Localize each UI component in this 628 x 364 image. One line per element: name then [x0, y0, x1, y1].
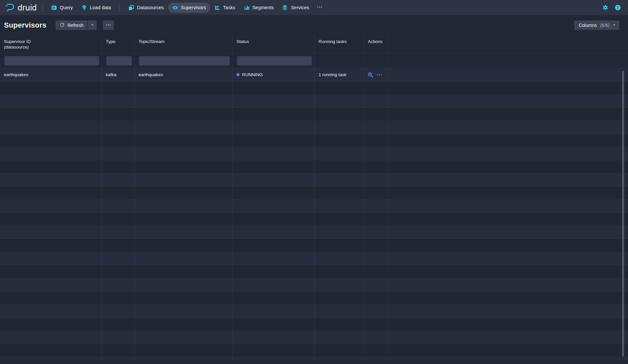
gear-icon[interactable]: [602, 5, 608, 11]
load-data-icon: [81, 5, 87, 11]
status-value: RUNNING: [242, 72, 263, 77]
empty-cell: [315, 357, 364, 360]
empty-cell: [0, 121, 102, 134]
empty-cell: [315, 239, 364, 252]
nav-divider: [120, 4, 120, 11]
empty-cell: [0, 226, 102, 239]
refresh-interval-dropdown-button[interactable]: [87, 20, 97, 30]
nav-item-label: Supervisors: [181, 5, 206, 10]
table-header-row: Supervisor ID (datasource) Type Topic/St…: [0, 35, 628, 53]
empty-cell: [0, 108, 102, 120]
column-header-status[interactable]: Status: [233, 35, 315, 53]
empty-cell: [0, 173, 102, 186]
column-header-sublabel: (datasource): [4, 44, 101, 50]
empty-cell: [388, 147, 628, 160]
table-row-empty: [0, 95, 628, 108]
empty-cell: [233, 173, 315, 186]
filter-topic-stream-input[interactable]: [139, 56, 230, 66]
nav-item-load-data[interactable]: Load data: [77, 3, 116, 13]
help-icon[interactable]: ?: [615, 5, 621, 11]
filter-cell: [388, 53, 628, 68]
refresh-button[interactable]: Refresh: [56, 20, 87, 30]
more-options-button[interactable]: [103, 20, 114, 30]
empty-cell: [233, 239, 315, 252]
nav-item-services[interactable]: Services: [278, 3, 313, 13]
search-detail-icon[interactable]: [368, 72, 373, 78]
more-actions-icon: [106, 22, 111, 29]
empty-cell: [364, 121, 388, 134]
nav-more-button[interactable]: [313, 2, 326, 13]
nav-item-supervisors[interactable]: Supervisors: [168, 3, 211, 13]
empty-cell: [0, 160, 102, 173]
column-header-topic-stream[interactable]: Topic/Stream: [135, 35, 233, 53]
filter-cell: [135, 53, 233, 68]
table-row-empty: [0, 357, 628, 360]
refresh-icon: [59, 22, 65, 29]
empty-cell: [0, 265, 102, 278]
empty-cell: [315, 344, 364, 357]
empty-cell: [315, 134, 364, 147]
empty-cell: [233, 108, 315, 120]
empty-cell: [0, 95, 102, 107]
cell-filler: [388, 68, 628, 81]
empty-cell: [135, 186, 233, 199]
empty-cell: [364, 186, 388, 199]
table-row-empty: [0, 160, 628, 173]
nav-item-segments[interactable]: Segments: [239, 3, 278, 13]
top-navbar: druid Query Load data Dat: [0, 0, 628, 15]
tasks-icon: [214, 5, 220, 11]
filter-type-input[interactable]: [106, 56, 132, 66]
empty-cell: [0, 200, 102, 212]
vertical-scrollbar[interactable]: [622, 71, 624, 356]
datasources-icon: [128, 5, 134, 11]
empty-cell: [364, 291, 388, 304]
druid-logo[interactable]: druid: [5, 2, 37, 13]
logo-wordmark: druid: [18, 3, 37, 12]
empty-cell: [135, 357, 233, 360]
columns-dropdown-button[interactable]: Columns (6/6): [574, 20, 619, 30]
empty-cell: [135, 108, 233, 120]
empty-cell: [135, 239, 233, 252]
cell-actions: [364, 68, 388, 81]
empty-cell: [102, 173, 135, 186]
empty-cell: [0, 186, 102, 199]
filter-status-input[interactable]: [237, 56, 312, 66]
empty-cell: [315, 173, 364, 186]
column-header-type[interactable]: Type: [102, 35, 135, 53]
column-header-supervisor-id[interactable]: Supervisor ID (datasource): [0, 35, 102, 53]
column-header-actions[interactable]: Actions: [364, 35, 388, 53]
page-title: Supervisors: [4, 21, 46, 30]
empty-cell: [135, 226, 233, 239]
empty-cell: [315, 331, 364, 344]
empty-cell: [364, 252, 388, 265]
empty-cell: [388, 344, 628, 357]
table-row-empty: [0, 186, 628, 200]
empty-cell: [135, 331, 233, 344]
more-actions-icon[interactable]: [376, 72, 382, 78]
topic-stream-value: earthquakes: [139, 72, 163, 77]
empty-cell: [135, 134, 233, 147]
empty-cell: [388, 239, 628, 252]
empty-cell: [233, 344, 315, 357]
nav-item-datasources[interactable]: Datasources: [124, 3, 168, 13]
chevron-down-icon: [90, 23, 94, 28]
empty-cell: [135, 200, 233, 212]
empty-cell: [364, 318, 388, 331]
empty-cell: [0, 239, 102, 252]
nav-item-query[interactable]: Query: [47, 3, 77, 13]
filter-supervisor-id-input[interactable]: [4, 56, 99, 66]
columns-count: (6/6): [600, 23, 610, 28]
column-header-running-tasks[interactable]: Running tasks: [315, 35, 364, 53]
empty-cell: [135, 344, 233, 357]
empty-cell: [102, 291, 135, 304]
empty-cell: [364, 95, 388, 107]
empty-cell: [233, 186, 315, 199]
table-row[interactable]: earthquakes kafka earthquakes RUNNING 1 …: [0, 68, 628, 81]
nav-item-tasks[interactable]: Tasks: [210, 3, 239, 13]
empty-cell: [102, 252, 135, 265]
empty-cell: [315, 186, 364, 199]
column-header-label: Status: [236, 39, 249, 44]
empty-cell: [233, 160, 315, 173]
table-row-empty: [0, 147, 628, 160]
table-row-empty: [0, 134, 628, 147]
